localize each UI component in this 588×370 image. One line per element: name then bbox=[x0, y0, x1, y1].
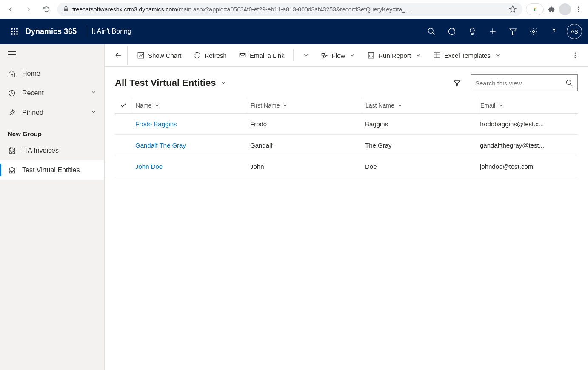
svg-point-6 bbox=[14, 28, 15, 30]
chevron-down-icon bbox=[397, 102, 403, 108]
cell-first: John bbox=[250, 163, 264, 170]
record-link[interactable]: Frodo Baggins bbox=[135, 120, 177, 128]
svg-rect-1 bbox=[534, 9, 535, 11]
col-label: Last Name bbox=[365, 102, 394, 109]
avatar-initials: AS bbox=[571, 28, 578, 35]
nav-item-label: ITA Invoices bbox=[22, 147, 59, 154]
puzzle-icon bbox=[8, 166, 16, 174]
column-header-email[interactable]: Email bbox=[477, 97, 578, 113]
svg-point-13 bbox=[16, 33, 18, 35]
column-filter-button[interactable] bbox=[448, 74, 465, 91]
nav-recent[interactable]: Recent bbox=[0, 83, 104, 103]
search-icon bbox=[565, 79, 573, 87]
command-bar: Show Chart Refresh Email a Link Flow bbox=[105, 44, 588, 67]
column-header-last-name[interactable]: Last Name bbox=[362, 97, 477, 113]
cmd-label: Refresh bbox=[204, 52, 227, 59]
cell-email: frodobaggins@test.c... bbox=[480, 120, 544, 128]
content-area: Show Chart Refresh Email a Link Flow bbox=[105, 44, 588, 370]
nav-group-new: New Group bbox=[0, 122, 104, 141]
extension-icon[interactable] bbox=[526, 3, 544, 15]
app-launcher-icon[interactable] bbox=[6, 28, 23, 35]
bookmark-star-icon[interactable] bbox=[509, 5, 517, 14]
header-divider bbox=[87, 26, 87, 37]
user-avatar[interactable]: AS bbox=[567, 24, 582, 39]
extensions-puzzle-icon[interactable] bbox=[545, 3, 557, 15]
browser-reload-button[interactable] bbox=[39, 2, 54, 17]
cmd-label: Flow bbox=[332, 52, 345, 59]
product-name[interactable]: Dynamics 365 bbox=[26, 27, 77, 36]
record-link[interactable]: Gandalf The Gray bbox=[135, 142, 186, 149]
cmd-label: Email a Link bbox=[250, 52, 285, 59]
cell-email: gandalfthegray@test... bbox=[480, 142, 544, 149]
run-report-button[interactable]: Run Report bbox=[362, 46, 426, 65]
cell-last: Baggins bbox=[365, 120, 388, 128]
flow-button[interactable]: Flow bbox=[316, 46, 361, 65]
svg-point-14 bbox=[428, 28, 434, 34]
column-header-name[interactable]: Name bbox=[132, 97, 247, 113]
svg-point-7 bbox=[16, 28, 18, 30]
view-selector[interactable]: All Test Virtual Entities bbox=[115, 77, 226, 88]
svg-point-11 bbox=[11, 33, 13, 35]
url-path: /main.aspx?appid=a05634f0-ef29-eb11-a813… bbox=[177, 6, 411, 13]
cell-email: johndoe@test.com bbox=[480, 163, 533, 170]
search-box[interactable] bbox=[471, 74, 578, 91]
nav-ita-invoices[interactable]: ITA Invoices bbox=[0, 141, 104, 160]
nav-home-label: Home bbox=[22, 70, 40, 77]
chevron-down-icon bbox=[91, 109, 97, 117]
show-chart-button[interactable]: Show Chart bbox=[132, 46, 186, 65]
browser-profile-avatar[interactable] bbox=[559, 3, 571, 15]
back-button[interactable] bbox=[109, 46, 128, 65]
more-commands-button[interactable] bbox=[567, 51, 584, 59]
record-link[interactable]: John Doe bbox=[135, 163, 163, 170]
cell-last: Doe bbox=[365, 163, 377, 170]
collapse-nav-icon[interactable] bbox=[0, 47, 104, 64]
chevron-down-icon bbox=[220, 80, 226, 86]
refresh-button[interactable]: Refresh bbox=[188, 46, 232, 65]
select-all-checkbox[interactable] bbox=[115, 102, 132, 109]
assistant-icon[interactable] bbox=[442, 21, 462, 42]
email-link-button[interactable]: Email a Link bbox=[234, 46, 290, 65]
nav-pinned[interactable]: Pinned bbox=[0, 103, 104, 122]
browser-toolbar: treecatsoftwaresbx.crm3.dynamics.com/mai… bbox=[0, 0, 588, 19]
browser-extensions bbox=[526, 3, 585, 15]
nav-test-virtual-entities[interactable]: Test Virtual Entities bbox=[0, 160, 104, 180]
col-label: First Name bbox=[251, 102, 280, 109]
cmd-label: Excel Templates bbox=[444, 52, 491, 59]
search-input[interactable] bbox=[475, 80, 565, 87]
browser-menu-icon[interactable] bbox=[573, 3, 585, 15]
svg-point-3 bbox=[578, 9, 579, 10]
browser-back-button[interactable] bbox=[3, 2, 18, 17]
nav-pinned-label: Pinned bbox=[22, 109, 43, 117]
lock-icon bbox=[63, 6, 69, 13]
svg-point-10 bbox=[16, 31, 18, 32]
search-icon[interactable] bbox=[421, 21, 442, 42]
column-header-first-name[interactable]: First Name bbox=[247, 97, 362, 113]
svg-point-4 bbox=[578, 11, 579, 12]
gear-icon[interactable] bbox=[523, 21, 544, 42]
svg-point-5 bbox=[11, 28, 13, 30]
help-icon[interactable] bbox=[544, 21, 564, 42]
svg-point-23 bbox=[575, 55, 576, 56]
excel-templates-button[interactable]: Excel Templates bbox=[428, 46, 506, 65]
clock-icon bbox=[8, 89, 16, 97]
email-link-dropdown[interactable] bbox=[297, 46, 314, 65]
table-row[interactable]: Gandalf The Gray Gandalf The Gray gandal… bbox=[115, 135, 578, 156]
nav-recent-label: Recent bbox=[22, 89, 44, 97]
nav-home[interactable]: Home bbox=[0, 64, 104, 83]
svg-point-22 bbox=[575, 52, 576, 54]
address-bar[interactable]: treecatsoftwaresbx.crm3.dynamics.com/mai… bbox=[57, 3, 522, 16]
puzzle-icon bbox=[8, 147, 16, 154]
lightbulb-icon[interactable] bbox=[462, 21, 482, 42]
browser-forward-button[interactable] bbox=[21, 2, 36, 17]
divider bbox=[293, 49, 294, 61]
svg-rect-19 bbox=[240, 54, 245, 57]
add-icon[interactable] bbox=[482, 21, 503, 42]
svg-point-25 bbox=[566, 80, 571, 85]
svg-point-8 bbox=[11, 31, 13, 32]
col-label: Email bbox=[480, 102, 495, 109]
filter-icon[interactable] bbox=[503, 21, 523, 42]
app-name[interactable]: It Ain't Boring bbox=[91, 28, 131, 35]
table-row[interactable]: Frodo Baggins Frodo Baggins frodobaggins… bbox=[115, 114, 578, 135]
cell-first: Frodo bbox=[250, 120, 267, 128]
table-row[interactable]: John Doe John Doe johndoe@test.com bbox=[115, 156, 578, 177]
